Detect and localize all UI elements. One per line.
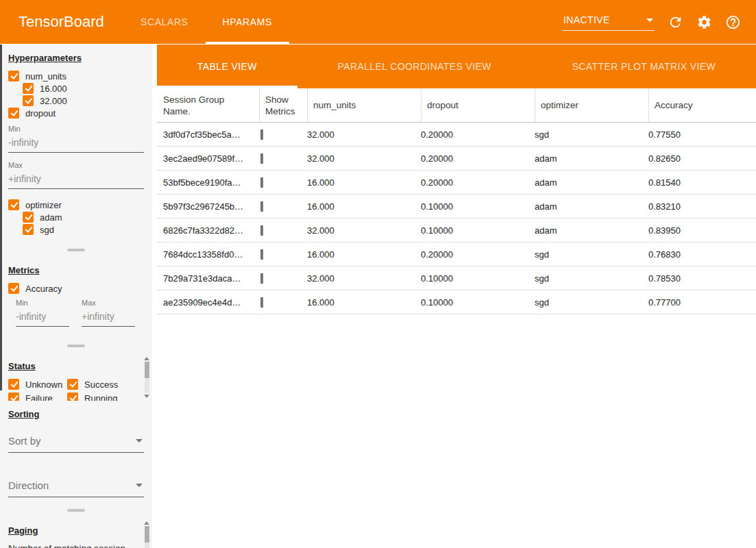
optimizer-sgd-checkbox[interactable] (23, 224, 34, 235)
dropout-min-input[interactable] (8, 134, 144, 153)
optimizer-cell: adam (535, 177, 648, 188)
optimizer-checkbox[interactable] (8, 199, 19, 210)
session-name-cell: 7684dcc13358fd0… (163, 249, 259, 260)
num-units-cell: 16.000 (307, 201, 421, 212)
sorting-title: Sorting (8, 409, 145, 419)
optimizer-adam-label: adam (40, 212, 62, 223)
show-metrics-checkbox[interactable] (260, 249, 263, 260)
chevron-down-icon (136, 484, 143, 487)
direction-select[interactable]: Direction (8, 476, 144, 497)
status-row-success: Success (67, 378, 126, 390)
section-resize-handle[interactable] (67, 249, 85, 251)
num-units-32-checkbox[interactable] (23, 95, 34, 106)
accuracy-cell: 0.76830 (648, 249, 756, 260)
tab-hparams[interactable]: HPARAMS (206, 0, 289, 44)
status-options: Unknown Success Failure Running (8, 378, 145, 401)
scrollbar-track[interactable] (145, 362, 149, 393)
hparam-row-num-units: num_units (8, 70, 145, 82)
accuracy-checkbox[interactable] (8, 283, 19, 294)
num-units-checkbox[interactable] (8, 71, 19, 82)
reload-status-select[interactable]: INACTIVE (562, 13, 655, 31)
table-row: 53bf5bece9190fa… 16.000 0.20000 adam 0.8… (157, 171, 756, 195)
section-resize-handle[interactable] (67, 345, 85, 347)
col-header-optimizer: optimizer (535, 88, 648, 122)
main-nav-tabs: SCALARS HPARAMS (123, 0, 289, 44)
tab-scatter-plot-matrix-view[interactable]: SCATTER PLOT MATRIX VIEW (532, 45, 756, 88)
dropout-checkbox[interactable] (8, 108, 19, 119)
session-groups-table: Session Group Name. Show Metrics num_uni… (157, 88, 756, 314)
tab-parallel-coordinates-view[interactable]: PARALLEL COORDINATES VIEW (297, 45, 532, 88)
dropout-cell: 0.10000 (421, 297, 535, 308)
scroll-up-icon[interactable] (144, 357, 149, 360)
show-metrics-checkbox[interactable] (260, 177, 263, 188)
sort-by-select[interactable]: Sort by (8, 432, 144, 453)
paging-scrollbar[interactable] (143, 521, 150, 548)
show-metrics-checkbox[interactable] (260, 153, 263, 164)
num-units-label: num_units (25, 71, 66, 82)
tab-table-view[interactable]: TABLE VIEW (157, 45, 297, 88)
dropout-cell: 0.10000 (421, 273, 535, 284)
optimizer-cell: adam (535, 201, 648, 212)
optimizer-adam-checkbox[interactable] (23, 212, 34, 223)
dropout-cell: 0.20000 (421, 129, 535, 140)
optimizer-cell: sgd (535, 129, 648, 140)
hparam-row-num-units-32: 32.000 (23, 95, 145, 107)
scroll-down-icon[interactable] (144, 395, 149, 398)
accuracy-cell: 0.81540 (648, 177, 756, 188)
status-failure-checkbox[interactable] (8, 393, 19, 401)
metrics-min-label: Min (16, 299, 69, 307)
refresh-icon[interactable] (667, 14, 683, 30)
dropout-label: dropout (25, 108, 56, 119)
status-row-running: Running (67, 392, 126, 401)
status-unknown-checkbox[interactable] (8, 379, 19, 390)
show-metrics-cell (259, 153, 307, 164)
status-row-failure: Failure (8, 392, 67, 401)
num-units-cell: 16.000 (307, 297, 421, 308)
metrics-max-input[interactable] (82, 308, 135, 327)
optimizer-cell: sgd (535, 273, 648, 284)
table-row: ae235909ec4e4d… 16.000 0.10000 sgd 0.777… (157, 290, 756, 314)
table-row: 3df0d7cf35bec5a… 32.000 0.20000 sgd 0.77… (157, 123, 756, 147)
num-units-16-checkbox[interactable] (23, 83, 34, 94)
sidebar-scrollbar[interactable] (0, 45, 2, 390)
tab-scalars[interactable]: SCALARS (123, 0, 206, 44)
scrollbar-thumb[interactable] (145, 362, 149, 378)
show-metrics-cell (259, 225, 307, 236)
show-metrics-checkbox[interactable] (260, 201, 263, 212)
metrics-min-input[interactable] (16, 308, 69, 327)
help-icon[interactable] (724, 14, 741, 30)
gear-icon[interactable] (696, 14, 712, 30)
app-title: TensorBoard (0, 0, 123, 44)
show-metrics-checkbox[interactable] (260, 273, 263, 284)
dropout-cell: 0.20000 (421, 177, 535, 188)
section-resize-handle[interactable] (67, 509, 85, 512)
status-unknown-label: Unknown (25, 379, 62, 390)
show-metrics-checkbox[interactable] (260, 225, 263, 236)
hparam-row-num-units-16: 16.000 (23, 82, 145, 95)
show-metrics-checkbox[interactable] (260, 297, 263, 308)
scroll-up-icon[interactable] (144, 521, 149, 525)
status-success-checkbox[interactable] (67, 379, 78, 390)
status-running-checkbox[interactable] (67, 393, 78, 401)
metrics-title: Metrics (8, 265, 145, 275)
scrollbar-thumb[interactable] (145, 526, 149, 543)
top-app-bar: TensorBoard SCALARS HPARAMS INACTIVE (0, 0, 756, 44)
scrollbar-track[interactable] (145, 526, 149, 548)
session-name-cell: 53bf5bece9190fa… (163, 177, 259, 188)
status-scrollbar[interactable] (143, 357, 150, 398)
num-units-cell: 16.000 (307, 177, 421, 188)
num-units-cell: 32.000 (307, 225, 421, 236)
optimizer-label: optimizer (25, 200, 62, 210)
hyperparameters-section: Hyperparameters num_units 16.000 32.000 … (0, 45, 152, 243)
dropout-max-label: Max (8, 161, 145, 169)
col-header-session-group-name: Session Group Name. (163, 88, 259, 122)
session-name-cell: 7b29a731e3daca… (163, 273, 259, 284)
dropout-cell: 0.20000 (421, 153, 535, 164)
num-units-cell: 32.000 (307, 153, 421, 164)
optimizer-cell: sgd (535, 297, 648, 308)
show-metrics-checkbox[interactable] (260, 129, 263, 140)
show-metrics-cell (259, 297, 307, 308)
hparams-sidebar: Hyperparameters num_units 16.000 32.000 … (0, 45, 152, 548)
dropout-max-input[interactable] (8, 171, 144, 189)
table-row: 6826c7fa3322d82… 32.000 0.10000 adam 0.8… (157, 219, 756, 242)
